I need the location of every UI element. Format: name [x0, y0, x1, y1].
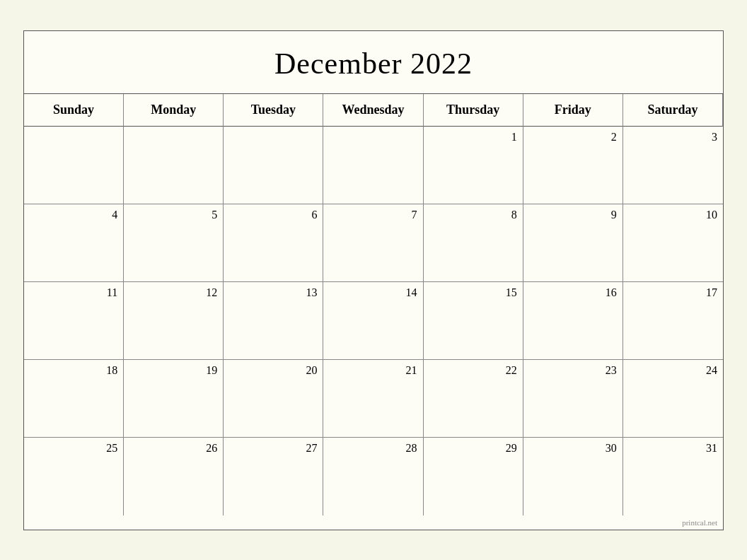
day-cell-19: 19 — [124, 360, 224, 438]
day-cell-2: 2 — [523, 127, 623, 204]
calendar-grid: Sunday Monday Tuesday Wednesday Thursday… — [24, 94, 723, 515]
calendar-title: December 2022 — [24, 31, 723, 94]
day-cell-21: 21 — [323, 360, 423, 438]
header-saturday: Saturday — [623, 94, 723, 127]
day-cell-18: 18 — [24, 360, 124, 438]
day-cell-29: 29 — [424, 438, 523, 515]
day-cell-5: 5 — [124, 204, 224, 282]
day-cell-13: 13 — [224, 282, 323, 360]
day-cell-8: 8 — [424, 204, 523, 282]
header-wednesday: Wednesday — [323, 94, 423, 127]
day-cell-30: 30 — [523, 438, 623, 515]
day-cell-20: 20 — [224, 360, 323, 438]
header-tuesday: Tuesday — [224, 94, 323, 127]
day-cell-6: 6 — [224, 204, 323, 282]
header-monday: Monday — [124, 94, 224, 127]
day-cell-12: 12 — [124, 282, 224, 360]
day-cell-28: 28 — [323, 438, 423, 515]
header-thursday: Thursday — [424, 94, 523, 127]
day-cell-27: 27 — [224, 438, 323, 515]
day-cell-7: 7 — [323, 204, 423, 282]
day-cell-1: 1 — [424, 127, 523, 204]
day-cell-24: 24 — [623, 360, 723, 438]
day-cell-26: 26 — [124, 438, 224, 515]
day-cell-17: 17 — [623, 282, 723, 360]
day-cell-31: 31 — [623, 438, 723, 515]
watermark: printcal.net — [24, 515, 723, 530]
calendar: December 2022 Sunday Monday Tuesday Wedn… — [23, 30, 724, 530]
day-cell-4: 4 — [24, 204, 124, 282]
day-cell-3: 3 — [623, 127, 723, 204]
header-sunday: Sunday — [24, 94, 124, 127]
day-cell-11: 11 — [24, 282, 124, 360]
day-cell-16: 16 — [523, 282, 623, 360]
day-cell-10: 10 — [623, 204, 723, 282]
day-cell — [124, 127, 224, 204]
header-friday: Friday — [523, 94, 623, 127]
day-cell — [24, 127, 124, 204]
day-cell — [323, 127, 423, 204]
day-cell-14: 14 — [323, 282, 423, 360]
day-cell — [224, 127, 323, 204]
day-cell-22: 22 — [424, 360, 523, 438]
day-cell-23: 23 — [523, 360, 623, 438]
day-cell-9: 9 — [523, 204, 623, 282]
day-cell-15: 15 — [424, 282, 523, 360]
day-cell-25: 25 — [24, 438, 124, 515]
